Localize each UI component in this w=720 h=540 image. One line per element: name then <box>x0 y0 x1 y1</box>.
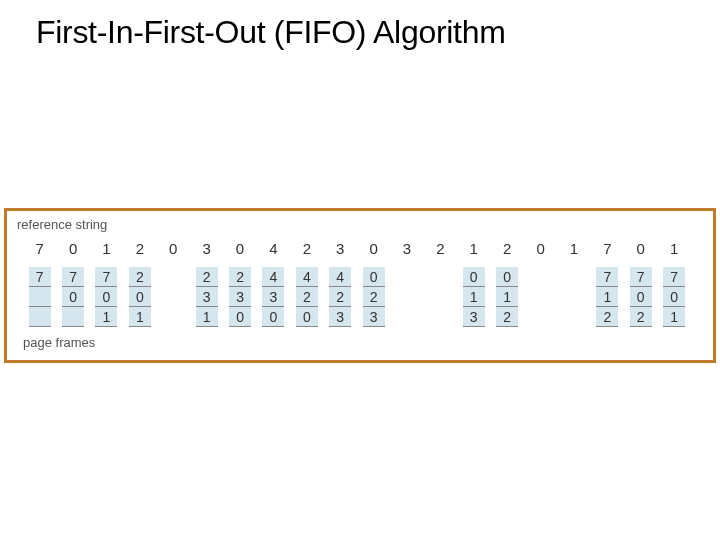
frame-column: 701 <box>657 267 690 327</box>
frame-column: 430 <box>257 267 290 327</box>
frame-cell: 1 <box>496 287 518 307</box>
frame-cell: 3 <box>329 307 351 327</box>
frame-column: 231 <box>190 267 223 327</box>
frame-cell: 0 <box>262 307 284 327</box>
reference-cell: 2 <box>290 240 323 257</box>
frame-cell: 0 <box>62 287 84 307</box>
frame-cell: 0 <box>129 287 151 307</box>
reference-cell: 3 <box>390 240 423 257</box>
frame-column: 712 <box>591 267 624 327</box>
frame-cell: 7 <box>596 267 618 287</box>
frame-cell <box>563 267 585 287</box>
frame-cell <box>530 267 552 287</box>
frame-cell <box>530 287 552 307</box>
frame-column: 701 <box>90 267 123 327</box>
reference-cell: 0 <box>157 240 190 257</box>
reference-cell: 0 <box>56 240 89 257</box>
frame-cell: 4 <box>296 267 318 287</box>
frame-column <box>390 267 423 327</box>
frame-cell: 3 <box>262 287 284 307</box>
frame-cell: 7 <box>630 267 652 287</box>
frame-cell: 0 <box>363 267 385 287</box>
reference-cell: 0 <box>524 240 557 257</box>
reference-cell: 7 <box>591 240 624 257</box>
reference-cell: 1 <box>457 240 490 257</box>
frame-cell <box>396 307 418 327</box>
frame-cell: 1 <box>663 307 685 327</box>
frame-cell: 7 <box>62 267 84 287</box>
frame-column: 013 <box>457 267 490 327</box>
frame-cell: 2 <box>596 307 618 327</box>
frame-column: 201 <box>123 267 156 327</box>
frame-cell: 2 <box>296 287 318 307</box>
frame-cell: 1 <box>95 307 117 327</box>
reference-string-row: 70120304230321201701 <box>17 240 703 257</box>
frame-cell <box>29 287 51 307</box>
frame-cell: 2 <box>496 307 518 327</box>
reference-cell: 3 <box>324 240 357 257</box>
frame-cell: 2 <box>363 287 385 307</box>
frame-cell: 1 <box>129 307 151 327</box>
caption-page-frames: page frames <box>17 335 703 350</box>
frame-column: 230 <box>223 267 256 327</box>
frame-cell <box>396 287 418 307</box>
frame-cell: 4 <box>329 267 351 287</box>
frame-cell <box>429 267 451 287</box>
frame-column: 420 <box>290 267 323 327</box>
frame-cell: 0 <box>496 267 518 287</box>
frame-cell <box>429 287 451 307</box>
frame-column <box>524 267 557 327</box>
frame-cell: 3 <box>229 287 251 307</box>
frame-cell <box>563 287 585 307</box>
frame-cell: 7 <box>95 267 117 287</box>
frame-cell: 7 <box>663 267 685 287</box>
frame-cell: 0 <box>229 307 251 327</box>
fifo-figure: reference string 70120304230321201701 77… <box>4 208 716 363</box>
reference-cell: 0 <box>624 240 657 257</box>
frame-cell: 0 <box>95 287 117 307</box>
frame-cell: 7 <box>29 267 51 287</box>
slide-title: First-In-First-Out (FIFO) Algorithm <box>0 0 720 51</box>
frame-column: 70 <box>56 267 89 327</box>
frame-cell: 0 <box>630 287 652 307</box>
caption-reference-string: reference string <box>17 217 703 232</box>
frame-column <box>424 267 457 327</box>
frame-cell <box>563 307 585 327</box>
frame-cell: 1 <box>463 287 485 307</box>
reference-cell: 2 <box>424 240 457 257</box>
slide: First-In-First-Out (FIFO) Algorithm refe… <box>0 0 720 540</box>
frame-cell: 2 <box>129 267 151 287</box>
frame-column <box>157 267 190 327</box>
frame-cell <box>162 307 184 327</box>
reference-cell: 0 <box>357 240 390 257</box>
reference-cell: 4 <box>257 240 290 257</box>
frame-cell <box>162 287 184 307</box>
frame-cell <box>396 267 418 287</box>
frame-cell: 1 <box>196 307 218 327</box>
frame-cell <box>429 307 451 327</box>
frame-cell: 2 <box>229 267 251 287</box>
frame-cell: 0 <box>296 307 318 327</box>
reference-cell: 1 <box>557 240 590 257</box>
frame-cell: 2 <box>630 307 652 327</box>
frame-cell: 0 <box>663 287 685 307</box>
frame-column <box>557 267 590 327</box>
reference-cell: 3 <box>190 240 223 257</box>
frame-cell <box>29 307 51 327</box>
frame-cell <box>62 307 84 327</box>
frame-column: 023 <box>357 267 390 327</box>
reference-cell: 2 <box>123 240 156 257</box>
reference-cell: 0 <box>223 240 256 257</box>
frame-cell: 2 <box>196 267 218 287</box>
frame-cell: 0 <box>463 267 485 287</box>
reference-cell: 1 <box>90 240 123 257</box>
frame-cell: 3 <box>463 307 485 327</box>
frame-column: 702 <box>624 267 657 327</box>
frame-cell: 3 <box>363 307 385 327</box>
frame-column: 423 <box>324 267 357 327</box>
frame-cell: 2 <box>329 287 351 307</box>
frame-cell <box>530 307 552 327</box>
frame-column: 012 <box>490 267 523 327</box>
frame-cell: 3 <box>196 287 218 307</box>
frame-cell: 1 <box>596 287 618 307</box>
